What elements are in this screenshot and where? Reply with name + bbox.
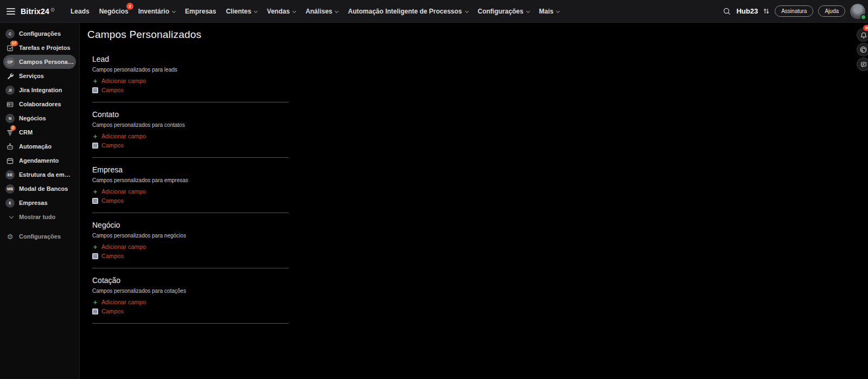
copilot-button[interactable]	[857, 43, 868, 56]
fields-link[interactable]: Campos	[92, 87, 289, 93]
sidebar: C Configurações 17 Tarefas e Projetos CP…	[0, 23, 80, 379]
id-card-icon	[5, 100, 15, 109]
initials-icon: E	[5, 198, 15, 208]
tasks-badge: 17	[10, 41, 18, 46]
nav-item-vendas[interactable]: Vendas	[262, 8, 301, 15]
nav-negocios-badge: 2	[126, 3, 133, 10]
section-description: Campos personalizados para leads	[92, 67, 289, 73]
plus-icon: +	[92, 299, 98, 305]
robot-icon	[5, 142, 15, 151]
sidebar-show-all[interactable]: Mostrar tudo	[3, 210, 76, 224]
section-description: Campos personalizados para contatos	[92, 122, 289, 128]
user-avatar[interactable]	[850, 4, 865, 19]
section-divider	[92, 213, 289, 213]
section-description: Campos personalizados para cotações	[92, 288, 289, 294]
crm-badge: 2	[10, 125, 16, 131]
sidebar-item-empresas[interactable]: E Empresas	[3, 196, 76, 210]
nav-item-inventario[interactable]: Inventário	[133, 8, 180, 15]
sidebar-item-configuracoes[interactable]: C Configurações	[3, 27, 76, 41]
fields-link[interactable]: Campos	[92, 142, 289, 149]
initials-icon: JI	[5, 86, 15, 95]
section-divider	[92, 268, 289, 268]
plan-name[interactable]: Hub23	[736, 7, 758, 15]
plus-icon: +	[92, 244, 98, 250]
initials-icon: EE	[5, 170, 15, 179]
section-lead: Lead Campos personalizados para leads + …	[92, 55, 289, 102]
add-field-link[interactable]: + Adicionar campo	[92, 188, 289, 195]
topbar: Bitrix24 Leads Negócios2 Inventário Empr…	[0, 0, 868, 23]
hamburger-menu-icon[interactable]	[7, 8, 15, 15]
funnel-icon: 2	[5, 128, 15, 137]
sections-list: Lead Campos personalizados para leads + …	[92, 55, 289, 324]
nav-item-mais[interactable]: Mais	[534, 8, 565, 15]
add-field-link[interactable]: + Adicionar campo	[92, 78, 289, 84]
plus-icon: +	[92, 189, 98, 195]
section-cotacao: Cotação Campos personalizados para cotaç…	[92, 276, 289, 324]
bell-icon	[860, 31, 867, 39]
fields-link[interactable]: Campos	[92, 308, 289, 314]
logo-text: Bitrix24	[21, 7, 49, 16]
online-status-dot	[860, 14, 866, 20]
sidebar-item-colaboradores[interactable]: Colaboradores	[3, 97, 76, 111]
sidebar-item-crm[interactable]: 2 CRM	[3, 125, 76, 139]
list-icon	[92, 309, 98, 314]
chevron-down-icon	[292, 9, 296, 12]
logo-badge-icon	[50, 8, 55, 12]
gear-icon: ⚙	[5, 232, 15, 241]
add-field-link[interactable]: + Adicionar campo	[92, 133, 289, 139]
list-icon	[92, 87, 98, 93]
sidebar-item-campos-personalizados[interactable]: CP Campos Personalizados	[3, 55, 76, 69]
add-field-link[interactable]: + Adicionar campo	[92, 243, 289, 250]
initials-icon: N	[5, 114, 15, 123]
chevron-down-icon	[556, 9, 560, 12]
calendar-icon	[5, 156, 15, 165]
main-nav: Leads Negócios2 Inventário Empresas Clie…	[66, 8, 564, 15]
sidebar-item-agendamento[interactable]: Agendamento	[3, 153, 76, 168]
chevron-down-icon	[254, 9, 258, 12]
right-rail: 99+	[857, 28, 868, 71]
nav-item-leads[interactable]: Leads	[66, 8, 94, 15]
chevron-down-icon	[5, 213, 15, 222]
messenger-button[interactable]	[857, 57, 868, 71]
fields-link[interactable]: Campos	[92, 253, 289, 259]
section-negocio: Negócio Campos personalizados para negóc…	[92, 221, 289, 268]
fields-link[interactable]: Campos	[92, 197, 289, 204]
nav-item-analises[interactable]: Análises	[301, 8, 343, 15]
nav-item-negocios[interactable]: Negócios2	[94, 8, 133, 15]
section-divider	[92, 157, 289, 158]
section-description: Campos personalizados para negócios	[92, 233, 289, 239]
app-logo[interactable]: Bitrix24	[21, 7, 55, 16]
sidebar-settings[interactable]: ⚙ Configurações	[3, 229, 76, 243]
main-content: Campos Personalizados Lead Campos person…	[80, 23, 868, 379]
sidebar-item-estrutura-da-empresa[interactable]: EE Estrutura da empresa	[3, 168, 76, 182]
chevron-down-icon	[465, 9, 469, 12]
search-icon[interactable]	[723, 7, 731, 16]
chevron-down-icon	[172, 9, 176, 12]
sidebar-item-modal-de-bancos[interactable]: MB Modal de Bancos	[3, 182, 76, 196]
section-empresa: Empresa Campos personalizados para empre…	[92, 165, 289, 213]
nav-item-empresas[interactable]: Empresas	[180, 8, 221, 15]
chevron-down-icon	[526, 9, 530, 12]
sidebar-item-servicos[interactable]: Serviços	[3, 69, 76, 83]
section-title: Cotação	[92, 276, 289, 285]
help-button[interactable]: Ajuda	[818, 5, 845, 17]
section-divider	[92, 323, 289, 324]
list-icon	[92, 198, 98, 204]
section-title: Negócio	[92, 221, 289, 230]
sidebar-item-automacao[interactable]: Automação	[3, 139, 76, 153]
swap-plan-icon[interactable]	[763, 8, 770, 15]
initials-icon: C	[5, 29, 15, 38]
nav-item-configuracoes[interactable]: Configurações	[473, 8, 534, 15]
nav-item-clientes[interactable]: Clientes	[221, 8, 262, 15]
sidebar-item-negocios[interactable]: N Negócios	[3, 111, 76, 125]
initials-icon: MB	[5, 184, 15, 194]
list-icon	[92, 143, 98, 149]
chat-icon	[860, 61, 867, 68]
notifications-button[interactable]: 99+	[857, 28, 868, 42]
subscription-button[interactable]: Assinatura	[775, 5, 813, 17]
sidebar-item-tarefas-e-projetos[interactable]: 17 Tarefas e Projetos	[3, 41, 76, 55]
sidebar-item-jira-integration[interactable]: JI Jira Integration	[3, 83, 76, 97]
add-field-link[interactable]: + Adicionar campo	[92, 299, 289, 305]
nav-item-automacao-inteligente[interactable]: Automação Inteligente de Processos	[343, 8, 473, 15]
spiral-icon	[859, 46, 867, 54]
